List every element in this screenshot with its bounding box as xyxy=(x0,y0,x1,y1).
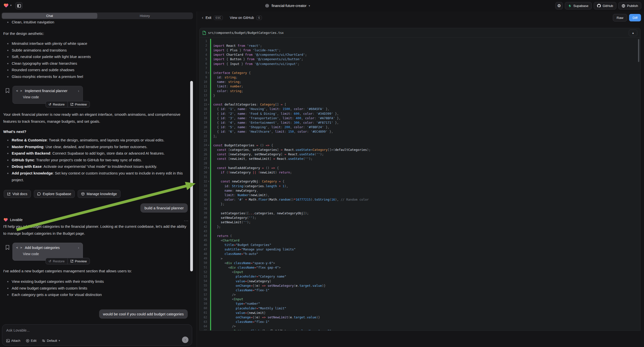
code-text: name: string; xyxy=(211,80,242,84)
view-code-link[interactable]: View code xyxy=(23,252,79,256)
supabase-button[interactable]: Supabase xyxy=(565,2,592,10)
manage-knowledge-button[interactable]: Manage knowledge xyxy=(78,190,120,198)
fold-chevron-icon[interactable]: ∨ xyxy=(207,180,210,182)
code-text: className="flex-1" xyxy=(211,288,270,292)
code-text: /> xyxy=(211,293,236,296)
raw-toggle-button[interactable]: Raw xyxy=(613,14,627,22)
line-number: 3 xyxy=(200,48,207,52)
code-line: 10 name: string; xyxy=(200,80,640,84)
list-item: Soft, neutral color palette with light b… xyxy=(3,54,188,60)
code-line: 40 setNewCategory(''); xyxy=(200,215,640,220)
exit-button[interactable]: Exit xyxy=(206,16,211,20)
edit-button[interactable]: Edit xyxy=(26,339,36,342)
github-button[interactable]: GitHub xyxy=(594,2,616,10)
visit-docs-button[interactable]: Visit docs xyxy=(4,190,31,198)
fold-chevron-icon[interactable]: ∨ xyxy=(207,72,210,74)
fold-chevron-icon[interactable]: ∨ xyxy=(207,103,210,106)
code-text: placeholder="Category name" xyxy=(211,274,286,278)
code-line: 12 color: string; xyxy=(200,88,640,93)
prompt-input-box[interactable]: Ask Lovable... Attach Edit Default ▾ xyxy=(2,324,192,346)
bookmark-icon[interactable] xyxy=(6,88,10,93)
panel-icon xyxy=(17,4,21,8)
code-line: 36 color: '#' + Math.floor(Math.random()… xyxy=(200,198,640,202)
publish-button[interactable]: Publish xyxy=(618,2,641,10)
list-item: Debug with Ease: Activate our experiment… xyxy=(3,163,188,170)
diff-toggle-button[interactable]: Diff xyxy=(629,14,641,22)
code-icon: < > xyxy=(16,246,22,250)
send-button[interactable]: ↑ xyxy=(182,336,188,343)
view-on-github-button[interactable]: View on GitHub xyxy=(230,16,254,20)
line-number: 4 xyxy=(200,53,207,56)
code-line: 5import { Button } from '@/components/ui… xyxy=(200,57,640,62)
collapse-file-button[interactable]: ▲ xyxy=(629,30,637,36)
code-line: 26 const [newCategory, setNewCategory] =… xyxy=(200,152,640,156)
github-label: GitHub xyxy=(603,4,613,8)
code-line: 38 xyxy=(200,206,640,211)
list-item: Add project knowledge: Set key context o… xyxy=(3,170,188,183)
code-text: { id: '3', name: 'Transportation', limit… xyxy=(211,116,341,120)
code-text: ]; xyxy=(211,134,217,138)
tab-chat[interactable]: Chat xyxy=(2,13,97,19)
code-line: 6import { Input } from '@/components/ui/… xyxy=(200,62,640,66)
code-text: { id: '6', name: 'Healthcare', limit: 15… xyxy=(211,130,333,134)
settings-button[interactable]: ⚙ xyxy=(556,2,563,10)
line-number: 42 xyxy=(200,225,207,228)
attach-label: Attach xyxy=(11,339,20,342)
code-text: color: string; xyxy=(211,89,243,93)
code-scrollbar[interactable] xyxy=(638,39,639,62)
assistant-paragraph: Your sleek financial planner is now read… xyxy=(3,111,189,125)
code-text: const [newCategory, setNewCategory] = Re… xyxy=(211,152,324,156)
file-header[interactable]: src/components/budget/BudgetCategories.t… xyxy=(200,28,640,38)
line-number: 23 xyxy=(200,139,207,142)
list-item: Minimalist interface with plenty of whit… xyxy=(3,40,188,47)
code-line: 47 subtitle="Manage your spending limits… xyxy=(200,247,640,252)
code-line: 37 }; xyxy=(200,202,640,206)
code-line: 14 xyxy=(200,98,640,102)
code-line: 50 <div className="space-y-6"> xyxy=(200,260,640,265)
chat-scrollbar[interactable] xyxy=(190,81,193,271)
lovable-logo-menu[interactable]: ▾ xyxy=(4,3,12,8)
bookmark-icon[interactable] xyxy=(6,245,10,250)
code-line: 21 { id: '6', name: 'Healthcare', limit:… xyxy=(200,130,640,134)
code-line: 65 <Button onClick={handleAddCategory} c… xyxy=(200,328,640,330)
code-line: 18 { id: '3', name: 'Transportation', li… xyxy=(200,116,640,120)
code-line: 29∨ const handleAddCategory = () => { xyxy=(200,166,640,170)
code-text: } xyxy=(211,94,215,97)
restore-icon: ↺ xyxy=(48,102,51,106)
view-code-link[interactable]: View code xyxy=(23,95,79,99)
explore-supabase-button[interactable]: Explore Supabase xyxy=(34,190,75,198)
preview-button[interactable]: Preview xyxy=(68,101,90,107)
more-menu-button[interactable]: ... xyxy=(184,218,189,222)
attach-button[interactable]: Attach xyxy=(6,339,20,342)
code-line: 63 className="flex-1" xyxy=(200,320,640,324)
preview-button[interactable]: Preview xyxy=(68,258,90,264)
code-line: 59 type="number" xyxy=(200,302,640,306)
code-text: import React from 'react'; xyxy=(211,44,262,48)
code-text: onChange={(e) => setNewLimit(e.target.va… xyxy=(211,316,320,319)
lovable-heart-icon xyxy=(4,3,9,8)
list-item: Each category gets a unique color for vi… xyxy=(3,292,188,298)
mode-select[interactable]: Default ▾ xyxy=(42,339,60,342)
whats-next-list: Refine & Customize: Tweak the design, an… xyxy=(3,137,188,183)
line-number: 48 xyxy=(200,252,207,256)
restore-button[interactable]: ↺ Restore xyxy=(46,258,68,264)
code-lines: 12import React from 'react';3import { Pl… xyxy=(200,38,640,330)
fold-chevron-icon[interactable]: ∨ xyxy=(207,167,210,169)
tab-history[interactable]: History xyxy=(97,13,193,19)
code-line: 39 setCategories([...categories, newCate… xyxy=(200,211,640,215)
g-key-badge: G xyxy=(256,16,262,20)
sidebar-toggle-button[interactable] xyxy=(16,2,22,9)
restore-label: Restore xyxy=(53,260,64,263)
restore-button[interactable]: ↺ Restore xyxy=(46,101,68,107)
list-item: GitHub Sync: Transfer your project's cod… xyxy=(3,157,188,164)
lovable-heart-icon xyxy=(4,218,8,222)
project-switcher[interactable]: financial-future-creator ▾ xyxy=(265,0,310,12)
line-number: 18 xyxy=(200,116,207,120)
line-number: 41 xyxy=(200,220,207,224)
code-text: id: String(categories.length + 1), xyxy=(211,184,288,188)
code-line: 55 onChange={(e) => setNewCategory(e.tar… xyxy=(200,283,640,288)
fold-chevron-icon[interactable]: ∨ xyxy=(207,144,210,146)
chevron-left-icon[interactable]: ‹ xyxy=(202,15,204,20)
line-number: 24 xyxy=(200,144,207,147)
code-text: title="Budget Categories" xyxy=(211,243,271,247)
